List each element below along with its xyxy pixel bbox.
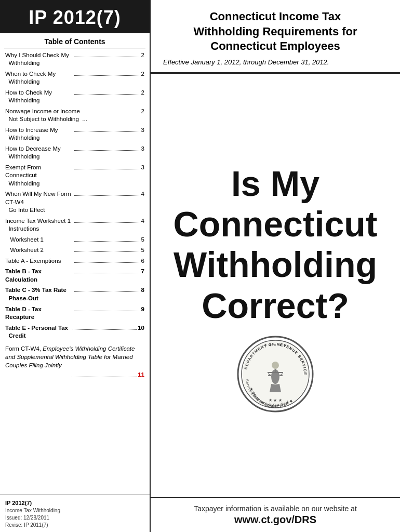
toc-item-table-a: Table A - Exemptions 6 xyxy=(5,257,144,265)
main-content: Connecticut Income Tax Withholding Requi… xyxy=(151,0,400,532)
toc-page: 2 xyxy=(141,70,144,78)
svg-rect-14 xyxy=(279,375,283,376)
toc-label: Table C - 3% Tax Rate Phase-Out xyxy=(5,286,73,302)
title-line3: Connecticut Employees xyxy=(210,39,340,52)
main-body: Is My Connecticut Withholding Correct? ✦… xyxy=(151,74,400,497)
toc-label: When to Check My Withholding xyxy=(5,70,73,86)
toc-item-form-ctw4: Form CT-W4, Employee's Withholding Certi… xyxy=(5,344,144,379)
toc-page: 3 xyxy=(141,145,144,153)
toc-item-worksheet-instr: Income Tax Worksheet 1 Instructions 4 xyxy=(5,217,144,233)
toc-page: 2 xyxy=(141,89,144,97)
toc-dots xyxy=(74,311,140,311)
toc-page: 3 xyxy=(141,126,144,135)
svg-text:★ ★ ★: ★ ★ ★ xyxy=(269,398,282,403)
main-subtitle: Effective January 1, 2012, through Decem… xyxy=(163,58,388,66)
toc-label: How to Increase My Withholding xyxy=(5,126,73,142)
toc-page: 2 xyxy=(141,51,144,60)
toc-item-worksheet1: Worksheet 1 5 xyxy=(5,236,144,244)
toc-item-increase: How to Increase My Withholding 3 xyxy=(5,126,144,142)
toc-item-table-c: Table C - 3% Tax Rate Phase-Out 8 xyxy=(5,286,144,302)
toc-item-ct-w4-effect: When Will My New Form CT-W4 Go Into Effe… xyxy=(5,190,144,215)
main-footer: Taxpayer information is available on our… xyxy=(151,497,400,532)
toc-page: 10 xyxy=(138,324,144,332)
toc-item-how-check: How to Check My Withholding 2 xyxy=(5,89,144,105)
title-line2: Withholding Requirements for xyxy=(193,25,357,38)
toc-item-table-e: Table E - Personal Tax Credit 10 xyxy=(5,324,144,340)
toc-heading: Table of Contents xyxy=(4,33,145,48)
toc-dots xyxy=(74,241,140,242)
toc-dots xyxy=(74,251,140,252)
toc-dots xyxy=(74,57,140,57)
footer-id: IP 2012(7) xyxy=(5,499,144,507)
seal-container: ✦ ✦ ✦ ✦ ✦ DEPARTMENT OF REVENUE SERVICES… xyxy=(236,335,314,413)
toc-item-decrease: How to Decrease My Withholding 3 xyxy=(5,145,144,161)
toc-label: Table B - Tax Calculation xyxy=(5,268,73,284)
toc-label: When Will My New Form CT-W4 Go Into Effe… xyxy=(5,190,73,215)
toc-dots xyxy=(74,195,140,196)
toc-label: Exempt From Connecticut Withholding xyxy=(5,164,73,188)
toc-dots xyxy=(74,291,140,292)
toc-label: Table E - Personal Tax Credit xyxy=(5,324,72,340)
footer-url: www.ct.gov/DRS xyxy=(163,514,388,526)
toc-label: Worksheet 2 xyxy=(5,246,73,255)
toc-page: 2 xyxy=(141,108,144,116)
sidebar-title: IP 2012(7) xyxy=(5,7,144,28)
footer-desc: Income Tax Withholding xyxy=(5,507,144,514)
toc-page: 3 xyxy=(141,164,144,172)
toc-dots xyxy=(74,222,140,223)
main-title: Connecticut Income Tax Withholding Requi… xyxy=(163,9,388,54)
toc-dots xyxy=(74,169,140,169)
toc-page: 7 xyxy=(141,268,144,276)
big-line4: Correct? xyxy=(174,285,378,326)
toc-page: 4 xyxy=(141,190,144,198)
toc-item-worksheet2: Worksheet 2 5 xyxy=(5,246,144,255)
toc-dots xyxy=(74,262,140,263)
footer-revise: Revise: IP 2011(7) xyxy=(5,522,144,529)
toc-label: How to Decrease My Withholding xyxy=(5,145,73,161)
toc-page: 4 xyxy=(141,217,144,225)
footer-issued: Issued: 12/28/2011 xyxy=(5,514,144,522)
toc-dots xyxy=(73,329,137,330)
toc-page: 6 xyxy=(141,257,144,265)
toc-label: Table A - Exemptions xyxy=(5,257,73,265)
toc-dots xyxy=(74,131,140,132)
toc-item-why-check: Why I Should Check My Withholding 2 xyxy=(5,51,144,68)
main-header: Connecticut Income Tax Withholding Requi… xyxy=(151,0,400,74)
form-ctw4-page: 11 xyxy=(138,370,144,379)
svg-rect-13 xyxy=(268,375,271,376)
form-ctw4-label: Form CT-W4, Employee's Withholding Certi… xyxy=(5,344,144,369)
big-line2: Connecticut xyxy=(174,204,378,244)
toc-dots xyxy=(74,75,140,76)
toc-label: Income Tax Worksheet 1 Instructions xyxy=(5,217,73,233)
toc-dots xyxy=(74,94,140,95)
sidebar: IP 2012(7) Table of Contents Why I Shoul… xyxy=(0,0,151,532)
toc-dots xyxy=(72,377,137,377)
toc-item-table-d: Table D - Tax Recapture 9 xyxy=(5,305,144,322)
toc-label: Worksheet 1 xyxy=(5,236,73,244)
big-line1: Is My xyxy=(174,163,378,204)
toc-item-exempt: Exempt From Connecticut Withholding 3 xyxy=(5,164,144,188)
toc-label: Nonwage Income or Income Not Subject to … xyxy=(5,108,141,124)
toc-dots xyxy=(74,273,140,273)
toc-label: Why I Should Check My Withholding xyxy=(5,51,73,68)
svg-marker-15 xyxy=(270,384,281,392)
sidebar-footer: IP 2012(7) Income Tax Withholding Issued… xyxy=(0,495,150,532)
big-line3: Withholding xyxy=(174,244,378,285)
toc-item-table-b: Table B - Tax Calculation 7 xyxy=(5,268,144,284)
toc-page: 9 xyxy=(141,305,144,314)
toc-label: How to Check My Withholding xyxy=(5,89,73,105)
toc-item-when-check: When to Check My Withholding 2 xyxy=(5,70,144,86)
toc-list: Why I Should Check My Withholding 2 When… xyxy=(0,48,150,495)
drs-seal: ✦ ✦ ✦ ✦ ✦ DEPARTMENT OF REVENUE SERVICES… xyxy=(236,335,314,413)
toc-label: Table D - Tax Recapture xyxy=(5,305,73,322)
big-question-text: Is My Connecticut Withholding Correct? xyxy=(174,163,378,326)
svg-point-8 xyxy=(272,362,279,369)
title-line1: Connecticut Income Tax xyxy=(210,10,341,23)
toc-page: 8 xyxy=(141,286,144,295)
sidebar-header: IP 2012(7) xyxy=(0,0,150,33)
footer-tagline: Taxpayer information is available on our… xyxy=(163,504,388,513)
toc-page: 5 xyxy=(141,236,144,244)
toc-dots xyxy=(74,150,140,151)
toc-item-nonwage: Nonwage Income or Income Not Subject to … xyxy=(5,108,144,124)
toc-page: 5 xyxy=(141,246,144,255)
